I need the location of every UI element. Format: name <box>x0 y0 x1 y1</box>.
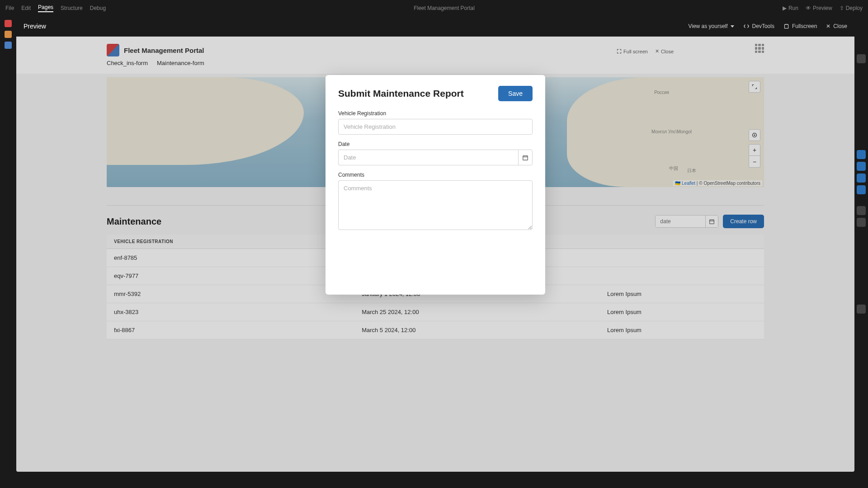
eye-icon: 👁 <box>806 5 811 11</box>
date-input[interactable] <box>338 150 518 165</box>
app-title: Fleet Management Portal <box>106 5 783 11</box>
left-rail <box>0 16 16 488</box>
calendar-icon <box>522 155 528 161</box>
app-bar-actions: ▶ Run 👁 Preview ⇪ Deploy <box>783 5 863 11</box>
nav-edit[interactable]: Edit <box>21 5 31 11</box>
view-as-label: View as yourself <box>688 23 727 29</box>
rail-app-icon-3[interactable] <box>5 42 12 49</box>
modal-header: Submit Maintenance Report Save <box>338 86 533 101</box>
save-button[interactable]: Save <box>498 86 533 101</box>
preview-body: Fleet Management Portal Full screen ✕ Cl… <box>16 37 854 472</box>
nav-pages[interactable]: Pages <box>38 4 53 12</box>
close-icon: ✕ <box>826 23 830 29</box>
right-rail-item[interactable] <box>857 305 866 314</box>
vehicle-reg-group: Vehicle Registration <box>338 110 533 135</box>
right-rail-item[interactable] <box>857 206 866 215</box>
right-rail-item[interactable] <box>857 162 866 171</box>
app-top-bar: File Edit Pages Structure Debug Fleet Ma… <box>0 0 868 16</box>
view-as-dropdown[interactable]: View as yourself <box>688 23 734 29</box>
preview-title: Preview <box>24 23 46 30</box>
external-icon <box>783 23 789 29</box>
play-icon: ▶ <box>783 5 787 11</box>
close-button[interactable]: ✕ Close <box>826 23 847 29</box>
preview-button[interactable]: 👁 Preview <box>806 5 832 11</box>
close-label: Close <box>833 23 847 29</box>
devtools-label: DevTools <box>752 23 774 29</box>
vehicle-reg-input[interactable] <box>338 119 533 135</box>
comments-group: Comments <box>338 172 533 231</box>
right-rail-item[interactable] <box>857 185 866 194</box>
devtools-button[interactable]: DevTools <box>743 23 774 29</box>
code-icon <box>743 23 750 29</box>
date-group: Date <box>338 141 533 165</box>
svg-rect-3 <box>523 155 528 160</box>
fullscreen-label: Fullscreen <box>792 23 817 29</box>
preview-header: Preview View as yourself DevTools Fullsc… <box>16 16 854 37</box>
chevron-down-icon <box>731 25 734 28</box>
run-button[interactable]: ▶ Run <box>783 5 798 11</box>
upload-icon: ⇪ <box>840 5 844 11</box>
right-rail-item[interactable] <box>857 174 866 183</box>
run-label: Run <box>788 5 798 11</box>
preview-actions: View as yourself DevTools Fullscreen ✕ C… <box>688 23 847 29</box>
nav-debug[interactable]: Debug <box>90 5 106 11</box>
rail-app-icon-2[interactable] <box>5 31 12 38</box>
vehicle-reg-label: Vehicle Registration <box>338 110 533 117</box>
preview-label: Preview <box>813 5 832 11</box>
right-rail <box>854 50 868 314</box>
comments-textarea[interactable] <box>338 180 533 230</box>
comments-label: Comments <box>338 172 533 178</box>
maintenance-report-modal: Submit Maintenance Report Save Vehicle R… <box>326 75 545 295</box>
deploy-button[interactable]: ⇪ Deploy <box>840 5 863 11</box>
nav-structure[interactable]: Structure <box>61 5 83 11</box>
date-input-group <box>338 150 533 165</box>
preview-modal: Preview View as yourself DevTools Fullsc… <box>16 16 854 472</box>
date-picker-addon[interactable] <box>518 150 533 165</box>
date-label: Date <box>338 141 533 147</box>
modal-overlay[interactable]: Submit Maintenance Report Save Vehicle R… <box>16 37 854 472</box>
right-rail-item[interactable] <box>857 218 866 227</box>
fullscreen-button[interactable]: Fullscreen <box>783 23 817 29</box>
app-bar-nav: File Edit Pages Structure Debug <box>5 4 106 12</box>
right-rail-item[interactable] <box>857 150 866 159</box>
nav-file[interactable]: File <box>5 5 14 11</box>
right-rail-item[interactable] <box>857 54 866 63</box>
modal-title: Submit Maintenance Report <box>338 88 464 99</box>
rail-app-icon-1[interactable] <box>5 20 12 27</box>
deploy-label: Deploy <box>846 5 863 11</box>
footer <box>16 474 854 488</box>
